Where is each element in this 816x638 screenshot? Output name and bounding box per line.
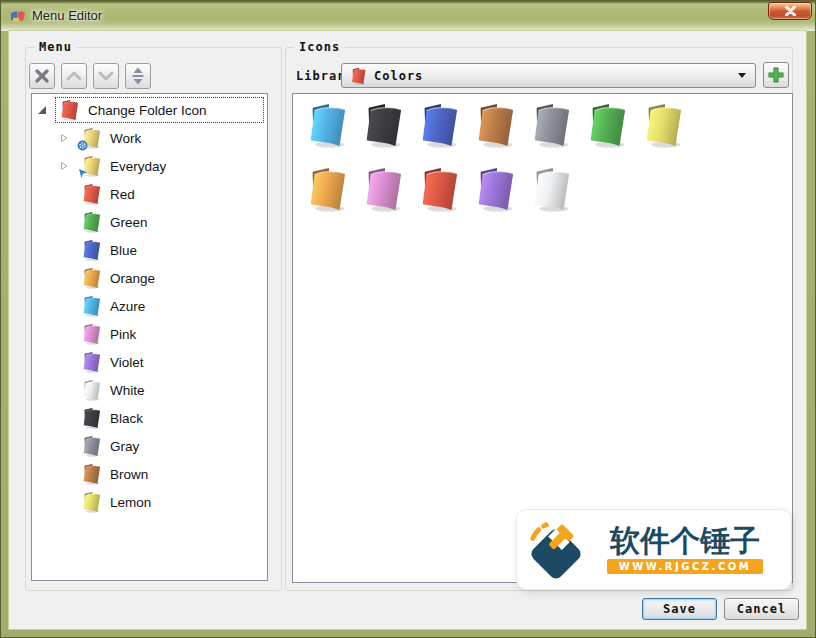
tree-item-label: Gray — [110, 439, 139, 454]
tree-item-label: Work — [110, 131, 141, 146]
library-icon-orange-folder[interactable] — [298, 164, 354, 228]
move-down-button[interactable] — [93, 63, 119, 89]
delete-item-button[interactable] — [29, 63, 55, 89]
library-icon-black-folder[interactable] — [354, 100, 410, 164]
watermark-logo-icon — [525, 519, 587, 581]
tree-item-label: Red — [110, 187, 135, 202]
library-icon-violet-folder[interactable] — [466, 164, 522, 228]
tree-item-green[interactable]: Green — [32, 208, 267, 236]
folder-icon — [80, 463, 102, 485]
tree-item-label: Violet — [110, 355, 144, 370]
folder-icon — [58, 99, 80, 121]
folder-icon — [80, 183, 102, 205]
move-up-icon — [65, 70, 83, 82]
folder-icon — [80, 379, 102, 401]
delete-icon — [34, 68, 50, 84]
folder-icon — [80, 211, 102, 233]
tree-item-white[interactable]: White — [32, 376, 267, 404]
folder-icon — [80, 435, 102, 457]
tree-item-everyday[interactable]: Everyday — [32, 152, 267, 180]
tree-item-orange[interactable]: Orange — [32, 264, 267, 292]
menu-groupbox-title: Menu — [34, 40, 77, 54]
library-icon-blue-folder[interactable] — [410, 100, 466, 164]
folder-icon — [80, 295, 102, 317]
library-icon-gray-folder[interactable] — [522, 100, 578, 164]
folder-icon — [80, 491, 102, 513]
tree-item-black[interactable]: Black — [32, 404, 267, 432]
tree-item-label: Azure — [110, 299, 145, 314]
reorder-button[interactable] — [125, 63, 151, 89]
folder-icon — [80, 267, 102, 289]
library-icon-pink-folder[interactable] — [354, 164, 410, 228]
gear-badge-icon — [77, 140, 88, 151]
cancel-button[interactable]: Cancel — [724, 598, 799, 620]
library-icon-green-folder[interactable] — [578, 100, 634, 164]
tree-item-brown[interactable]: Brown — [32, 460, 267, 488]
library-folder-icon — [349, 67, 367, 85]
icons-groupbox-title: Icons — [294, 40, 345, 54]
tree-item-blue[interactable]: Blue — [32, 236, 267, 264]
move-up-button[interactable] — [61, 63, 87, 89]
menu-editor-window: Menu Editor Menu — [0, 0, 816, 638]
menu-tree[interactable]: Change Folder IconWorkEverydayRedGreenBl… — [31, 93, 268, 581]
folder-icon — [80, 407, 102, 429]
save-button[interactable]: Save — [642, 598, 717, 620]
folder-icon — [80, 351, 102, 373]
folder-icon — [80, 155, 102, 177]
window-title: Menu Editor — [32, 8, 102, 23]
library-icon-lemon-folder[interactable] — [634, 100, 690, 164]
folder-icon — [80, 239, 102, 261]
tree-item-red[interactable]: Red — [32, 180, 267, 208]
add-library-button[interactable] — [763, 62, 789, 88]
collapsed-arrow-icon[interactable] — [58, 161, 70, 171]
tree-item-work[interactable]: Work — [32, 124, 267, 152]
watermark-url: WWW.RJGCZ.COM — [607, 559, 763, 574]
tree-item-label: Pink — [110, 327, 136, 342]
collapsed-arrow-icon[interactable] — [58, 133, 70, 143]
tree-item-violet[interactable]: Violet — [32, 348, 267, 376]
tree-item-label: Lemon — [110, 495, 151, 510]
titlebar[interactable]: Menu Editor — [1, 1, 815, 31]
expanded-arrow-icon[interactable] — [36, 105, 48, 115]
tree-item-label: Everyday — [110, 159, 166, 174]
tree-item-label: White — [110, 383, 145, 398]
library-icon-red-folder[interactable] — [410, 164, 466, 228]
watermark-brand: 软件个锤子 — [610, 525, 760, 557]
library-selected-value: Colors — [374, 69, 738, 83]
tree-item-label: Blue — [110, 243, 137, 258]
library-icon-white-folder[interactable] — [522, 164, 578, 228]
plus-icon — [766, 65, 786, 85]
dropdown-caret-icon — [738, 73, 746, 78]
close-button[interactable] — [768, 2, 812, 20]
tree-item-pink[interactable]: Pink — [32, 320, 267, 348]
app-icon — [10, 8, 26, 24]
tree-item-label: Brown — [110, 467, 148, 482]
tree-item-change-folder-icon[interactable]: Change Folder Icon — [32, 96, 267, 124]
tree-item-label: Change Folder Icon — [88, 103, 207, 118]
tree-item-label: Black — [110, 411, 143, 426]
watermark-panel: 软件个锤子 WWW.RJGCZ.COM — [517, 510, 791, 589]
library-icons-grid — [293, 94, 698, 228]
tree-item-gray[interactable]: Gray — [32, 432, 267, 460]
close-icon — [785, 6, 796, 16]
reorder-icon — [131, 67, 145, 85]
tree-item-label: Green — [110, 215, 148, 230]
tree-item-azure[interactable]: Azure — [32, 292, 267, 320]
folder-icon — [80, 127, 102, 149]
library-icon-azure-folder[interactable] — [298, 100, 354, 164]
tree-item-label: Orange — [110, 271, 155, 286]
library-select[interactable]: Colors — [341, 63, 756, 88]
tree-item-lemon[interactable]: Lemon — [32, 488, 267, 516]
arrow-badge-icon — [77, 168, 88, 179]
menu-toolbar — [29, 63, 151, 89]
folder-icon — [80, 323, 102, 345]
library-icon-brown-folder[interactable] — [466, 100, 522, 164]
move-down-icon — [97, 70, 115, 82]
